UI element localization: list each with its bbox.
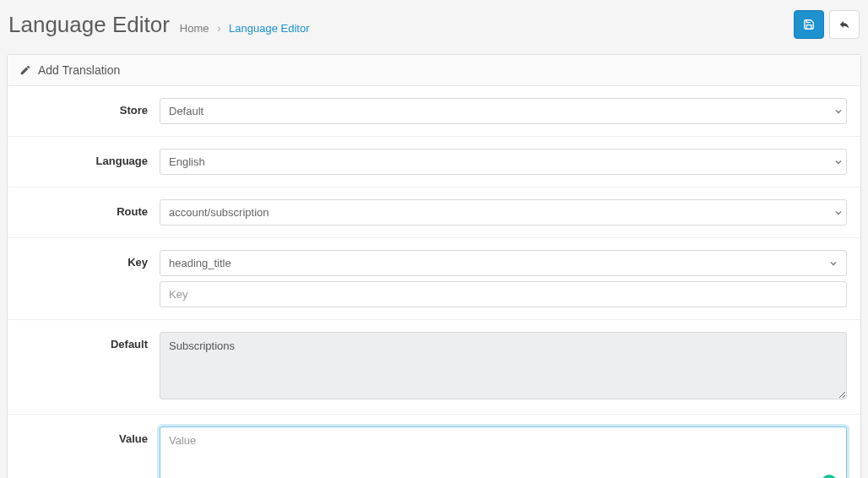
label-key: Key [16,250,160,269]
form-row-language: Language English [8,137,860,187]
route-select[interactable]: account/subscription [160,199,847,225]
default-textarea [160,332,847,399]
form-row-key: Key heading_title [8,238,860,320]
label-route: Route [16,199,160,218]
label-store: Store [16,98,160,117]
page-header-left: Language Editor Home › Language Editor [8,12,310,38]
label-value: Value [16,426,160,445]
store-select[interactable]: Default [160,98,847,124]
breadcrumb-home[interactable]: Home [180,22,209,35]
panel-heading: Add Translation [8,55,860,86]
label-language: Language [16,149,160,167]
toolbar [794,10,860,39]
reply-arrow-icon [838,19,850,30]
key-input[interactable] [160,281,847,307]
breadcrumb-separator: › [217,22,220,35]
language-select[interactable]: English [160,149,847,175]
breadcrumb: Home › Language Editor [180,22,310,35]
back-button[interactable] [829,10,860,39]
breadcrumb-current[interactable]: Language Editor [229,22,309,35]
form-row-store: Store Default [8,86,860,137]
page-title: Language Editor [8,12,170,38]
value-textarea[interactable] [160,426,847,478]
panel-heading-text: Add Translation [38,63,120,77]
panel-body: Store Default Language English [8,86,860,478]
page-header: Language Editor Home › Language Editor [0,0,868,54]
save-button[interactable] [794,10,824,39]
panel: Add Translation Store Default Language E… [7,54,861,478]
pencil-icon [19,64,31,76]
label-default: Default [16,332,160,350]
form-row-default: Default [8,320,860,415]
key-select[interactable]: heading_title [160,250,847,276]
form-row-route: Route account/subscription [8,187,860,238]
save-icon [803,19,815,30]
form-row-value: Value G [8,415,860,478]
